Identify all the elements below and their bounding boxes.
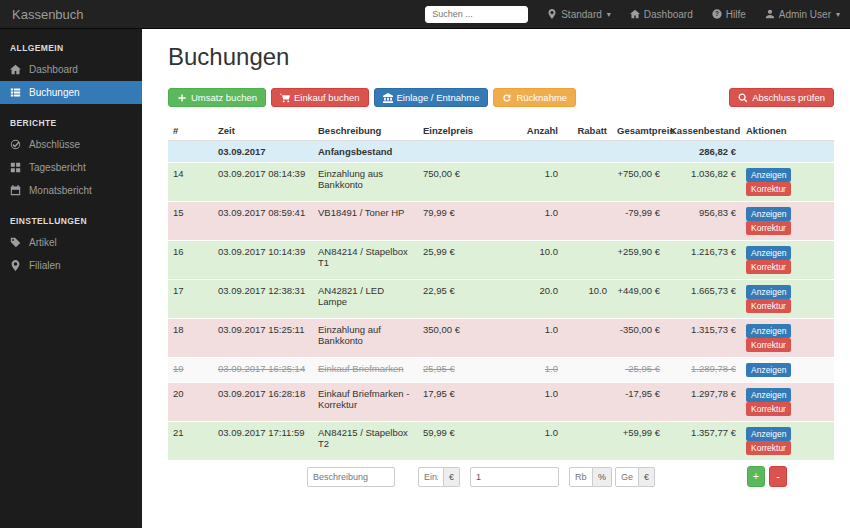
- cell-beschreibung: Anfangsbestand: [313, 141, 418, 163]
- remove-row-button[interactable]: -: [769, 466, 787, 487]
- button-label: Einlage / Entnahme: [397, 92, 480, 103]
- cell-kassenbestand: 1.289,78 €: [665, 358, 741, 383]
- button-label: Umsatz buchen: [191, 92, 257, 103]
- cell-anzahl: 1.0: [513, 358, 563, 383]
- cell-zeit: 03.09.2017 15:25:11: [213, 319, 313, 358]
- sidebar-item-label: Buchungen: [29, 87, 80, 98]
- cell-beschreibung: VB18491 / Toner HP: [313, 202, 418, 241]
- anzeigen-button[interactable]: Anzeigen: [746, 207, 791, 221]
- korrektur-button[interactable]: Korrektur: [746, 260, 791, 274]
- einkauf-buchen-button[interactable]: Einkauf buchen: [271, 88, 369, 107]
- rabatt-input[interactable]: [569, 467, 593, 487]
- nav-item-label: Hilfe: [726, 9, 746, 20]
- cell-aktionen: AnzeigenKorrektur: [741, 241, 834, 280]
- sidebar-section-heading: ALLGEMEIN: [0, 29, 142, 58]
- cell-anzahl: [513, 141, 563, 163]
- anzeigen-button[interactable]: Anzeigen: [746, 246, 791, 260]
- cell-gesamtpreis: -79,99 €: [612, 202, 665, 241]
- anzahl-input[interactable]: [470, 467, 559, 487]
- anzeigen-button[interactable]: Anzeigen: [746, 324, 791, 338]
- cell-: 19: [168, 358, 213, 383]
- nav-item-hilfe[interactable]: ?Hilfe: [712, 9, 746, 20]
- table-row: 2103.09.2017 17:11:59AN84215 / Stapelbox…: [168, 422, 834, 461]
- sidebar-item-tagesbericht[interactable]: Tagesbericht: [0, 156, 142, 179]
- top-navbar: Kassenbuch Standard▾Dashboard?HilfeAdmin…: [0, 0, 850, 29]
- korrektur-button[interactable]: Korrektur: [746, 338, 791, 352]
- home-icon: [10, 64, 21, 75]
- cell-rabatt: [563, 422, 612, 461]
- cell-kassenbestand: 956,83 €: [665, 202, 741, 241]
- cell-einzelpreis: [418, 141, 513, 163]
- list-icon: [10, 87, 21, 98]
- korrektur-button[interactable]: Korrektur: [746, 402, 791, 416]
- search-input[interactable]: [425, 6, 528, 23]
- page-title: Buchungen: [168, 43, 834, 71]
- cell-: [168, 141, 213, 163]
- cell-rabatt: [563, 202, 612, 241]
- sidebar-item-buchungen[interactable]: Buchungen: [0, 81, 142, 104]
- sidebar-item-label: Filialen: [29, 260, 61, 271]
- cell-: 18: [168, 319, 213, 358]
- check-circle-icon: [10, 139, 21, 150]
- cell-zeit: 03.09.2017 10:14:39: [213, 241, 313, 280]
- cell-aktionen: AnzeigenKorrektur: [741, 422, 834, 461]
- add-row-button[interactable]: +: [747, 466, 765, 487]
- umsatz-buchen-button[interactable]: Umsatz buchen: [168, 88, 266, 107]
- korrektur-button[interactable]: Korrektur: [746, 182, 791, 196]
- cell-aktionen: AnzeigenKorrektur: [741, 163, 834, 202]
- rabatt-group: %: [569, 467, 612, 487]
- cell-rabatt: [563, 383, 612, 422]
- refresh-icon: [502, 93, 512, 103]
- cart-icon: [280, 93, 290, 103]
- cell-kassenbestand: 1.665,73 €: [665, 280, 741, 319]
- sidebar-item-dashboard[interactable]: Dashboard: [0, 58, 142, 81]
- button-label: Rücknahme: [516, 92, 567, 103]
- sidebar-item-filialen[interactable]: Filialen: [0, 254, 142, 277]
- bank-icon: [383, 93, 393, 103]
- nav-item-admin-user[interactable]: Admin User▾: [765, 9, 840, 20]
- nav-item-standard[interactable]: Standard▾: [547, 9, 611, 20]
- cell-kassenbestand: 1.216,73 €: [665, 241, 741, 280]
- sidebar-item-label: Monatsbericht: [29, 185, 92, 196]
- beschreibung-input[interactable]: [307, 467, 395, 487]
- anzeigen-button[interactable]: Anzeigen: [746, 388, 791, 402]
- cell-gesamtpreis: -350,00 €: [612, 319, 665, 358]
- gesamt-input[interactable]: [615, 467, 639, 487]
- einzelpreis-input[interactable]: [418, 467, 444, 487]
- sidebar-item-artikel[interactable]: Artikel: [0, 231, 142, 254]
- cell-: 20: [168, 383, 213, 422]
- caret-down-icon: ▾: [607, 10, 611, 19]
- anzeigen-button[interactable]: Anzeigen: [746, 168, 791, 182]
- cell-rabatt: [563, 358, 612, 383]
- korrektur-button[interactable]: Korrektur: [746, 221, 791, 235]
- cell-beschreibung: Einkauf Briefmarken - Korrektur: [313, 383, 418, 422]
- main-content: Buchungen Umsatz buchenEinkauf buchenEin…: [142, 29, 850, 487]
- cell-gesamtpreis: -25,95 €: [612, 358, 665, 383]
- cell-rabatt: [563, 163, 612, 202]
- cell-beschreibung: AN42821 / LED Lampe: [313, 280, 418, 319]
- sidebar: ALLGEMEINDashboardBuchungenBERICHTEAbsch…: [0, 29, 142, 528]
- anzeigen-button[interactable]: Anzeigen: [746, 363, 791, 377]
- ruecknahme-button[interactable]: Rücknahme: [493, 88, 576, 107]
- cell-gesamtpreis: +259,90 €: [612, 241, 665, 280]
- anzeigen-button[interactable]: Anzeigen: [746, 285, 791, 299]
- cell-gesamtpreis: +59,99 €: [612, 422, 665, 461]
- navbar-items: Standard▾Dashboard?HilfeAdmin User▾: [547, 9, 840, 20]
- cell-einzelpreis: 79,99 €: [418, 202, 513, 241]
- nav-item-dashboard[interactable]: Dashboard: [630, 9, 693, 20]
- anzeigen-button[interactable]: Anzeigen: [746, 427, 791, 441]
- korrektur-button[interactable]: Korrektur: [746, 441, 791, 455]
- map-marker-icon: [547, 9, 557, 19]
- sidebar-item-abschluesse[interactable]: Abschlüsse: [0, 133, 142, 156]
- einlage-entnahme-button[interactable]: Einlage / Entnahme: [374, 88, 489, 107]
- abschluss-pruefen-button[interactable]: Abschluss prüfen: [729, 88, 834, 107]
- table-row: 03.09.2017Anfangsbestand286,82 €: [168, 141, 834, 163]
- korrektur-button[interactable]: Korrektur: [746, 299, 791, 313]
- cell-einzelpreis: 25,99 €: [418, 241, 513, 280]
- sidebar-item-monatsbericht[interactable]: Monatsbericht: [0, 179, 142, 202]
- cell-gesamtpreis: +750,00 €: [612, 163, 665, 202]
- cell-: 15: [168, 202, 213, 241]
- cell-aktionen: AnzeigenKorrektur: [741, 383, 834, 422]
- cell-aktionen: AnzeigenKorrektur: [741, 280, 834, 319]
- cell-zeit: 03.09.2017 16:25:14: [213, 358, 313, 383]
